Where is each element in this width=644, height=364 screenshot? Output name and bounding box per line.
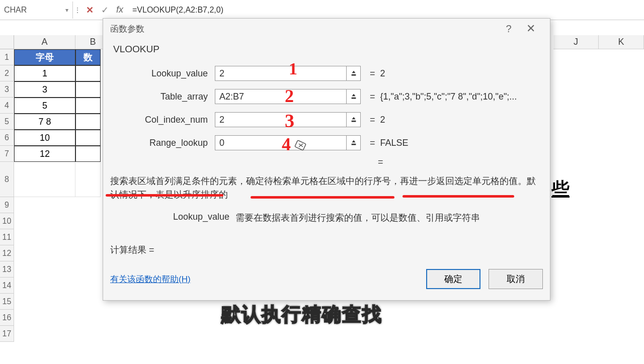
- header-cell[interactable]: 数: [75, 49, 101, 65]
- chevron-down-icon[interactable]: ▾: [65, 7, 68, 14]
- arg-label: Table_array: [110, 92, 215, 102]
- arg-result: 2: [380, 115, 543, 125]
- row-header[interactable]: 2: [0, 65, 14, 81]
- video-caption: 默认执行精确查找: [221, 302, 382, 327]
- arg-result: 2: [380, 68, 543, 79]
- row-header[interactable]: 16: [0, 310, 14, 326]
- lookup-value-input[interactable]: 2: [215, 66, 347, 81]
- cell[interactable]: 12: [14, 146, 75, 162]
- cell[interactable]: [75, 146, 101, 162]
- row-header[interactable]: 13: [0, 261, 14, 278]
- row-header[interactable]: 8: [0, 162, 14, 197]
- table-header-row: 字母 数: [14, 49, 101, 65]
- equals-label: =: [361, 115, 380, 125]
- row-header[interactable]: 1: [0, 49, 14, 65]
- cell[interactable]: [75, 114, 101, 130]
- cell[interactable]: [75, 162, 101, 197]
- row-header[interactable]: 7: [0, 146, 14, 162]
- row-header[interactable]: 4: [0, 98, 14, 114]
- function-arguments-dialog: 函数参数 ? ✕ VLOOKUP Lookup_value 2 = 2 Tabl…: [103, 18, 550, 301]
- cancel-button[interactable]: 取消: [489, 269, 543, 289]
- row-headers: 1 2 3 4 5 6 7 8 9 10 11 12 13 14 15 16 1…: [0, 49, 14, 342]
- equals-label: =: [361, 138, 380, 148]
- close-icon[interactable]: ✕: [519, 19, 543, 39]
- param-help-text: 需要在数据表首列进行搜索的值，可以是数值、引用或字符串: [235, 212, 480, 224]
- calc-result-label: 计算结果 =: [110, 244, 543, 256]
- row-header[interactable]: 11: [0, 229, 14, 245]
- cell[interactable]: 1: [14, 65, 75, 81]
- dialog-title: 函数参数: [110, 23, 144, 35]
- col-header[interactable]: J: [553, 35, 599, 49]
- separator-icon: ⋮: [73, 6, 82, 14]
- select-all-corner[interactable]: [0, 35, 14, 49]
- row-header[interactable]: 15: [0, 294, 14, 310]
- function-name: VLOOKUP: [113, 44, 543, 55]
- dialog-titlebar[interactable]: 函数参数 ? ✕: [103, 19, 550, 39]
- cell[interactable]: 3: [14, 81, 75, 98]
- formula-input[interactable]: =VLOOKUP(2,A2:B7,2,0): [127, 6, 223, 15]
- arg-result: {1,"a";3,"b";5,"c";"7 8","d";10,"e";...: [380, 92, 543, 102]
- range-picker-icon[interactable]: [347, 89, 361, 104]
- arg-row-col-index: Col_index_num 2 = 2: [110, 108, 543, 131]
- ok-button[interactable]: 确定: [426, 269, 480, 289]
- formula-bar: CHAR ▾ ⋮ ✕ ✓ fx =VLOOKUP(2,A2:B7,2,0): [0, 0, 644, 20]
- arg-label: Lookup_value: [110, 68, 215, 79]
- col-index-input[interactable]: 2: [215, 112, 347, 127]
- param-help: Lookup_value 需要在数据表首列进行搜索的值，可以是数值、引用或字符串: [110, 212, 543, 224]
- row-header[interactable]: 5: [0, 114, 14, 130]
- header-cell[interactable]: 字母: [14, 49, 75, 65]
- cell[interactable]: [75, 98, 101, 114]
- function-help-link[interactable]: 有关该函数的帮助(H): [110, 274, 191, 285]
- dialog-footer: 有关该函数的帮助(H) 确定 取消: [110, 266, 543, 291]
- overall-result: =: [110, 154, 543, 169]
- range-picker-icon[interactable]: [347, 112, 361, 127]
- range-picker-icon[interactable]: [347, 135, 361, 150]
- range-picker-icon[interactable]: [347, 66, 361, 81]
- row-header[interactable]: 3: [0, 81, 14, 98]
- row-header[interactable]: 14: [0, 278, 14, 294]
- row-header[interactable]: 9: [0, 197, 14, 213]
- fx-icon[interactable]: fx: [112, 2, 127, 19]
- row-header[interactable]: 6: [0, 130, 14, 146]
- name-box[interactable]: CHAR ▾: [0, 2, 73, 19]
- cell[interactable]: 7 8: [14, 114, 75, 130]
- arg-row-table-array: Table_array A2:B7 = {1,"a";3,"b";5,"c";"…: [110, 85, 543, 108]
- col-header[interactable]: A: [14, 35, 75, 49]
- range-lookup-input[interactable]: 0: [215, 135, 347, 150]
- cell[interactable]: [75, 65, 101, 81]
- arg-label: Col_index_num: [110, 115, 215, 125]
- accept-formula-icon[interactable]: ✓: [97, 2, 112, 19]
- table-array-input[interactable]: A2:B7: [215, 89, 347, 104]
- col-header[interactable]: K: [599, 35, 644, 49]
- cell[interactable]: 10: [14, 130, 75, 146]
- row-header[interactable]: 17: [0, 326, 14, 342]
- cropped-text: 些: [551, 177, 570, 202]
- cell[interactable]: [75, 81, 101, 98]
- cell[interactable]: 5: [14, 98, 75, 114]
- equals-label: =: [361, 92, 380, 102]
- arg-result: FALSE: [380, 138, 543, 148]
- help-icon[interactable]: ?: [499, 19, 519, 39]
- function-description: 搜索表区域首列满足条件的元素，确定待检索单元格在区域中的行序号，再进一步返回选定…: [110, 174, 543, 202]
- row-header[interactable]: 10: [0, 213, 14, 229]
- equals-label: =: [361, 68, 380, 79]
- param-help-label: Lookup_value: [173, 212, 229, 224]
- cell-grid: 字母 数 1 3 5 7 8 10 12: [14, 49, 101, 162]
- cell[interactable]: [75, 130, 101, 146]
- cancel-formula-icon[interactable]: ✕: [82, 2, 97, 19]
- name-box-value: CHAR: [4, 6, 27, 15]
- arg-row-range-lookup: Range_lookup 0 = FALSE: [110, 131, 543, 154]
- row-header[interactable]: 12: [0, 245, 14, 261]
- arg-label: Range_lookup: [110, 138, 215, 148]
- arg-row-lookup-value: Lookup_value 2 = 2: [110, 62, 543, 85]
- cell[interactable]: [14, 162, 75, 197]
